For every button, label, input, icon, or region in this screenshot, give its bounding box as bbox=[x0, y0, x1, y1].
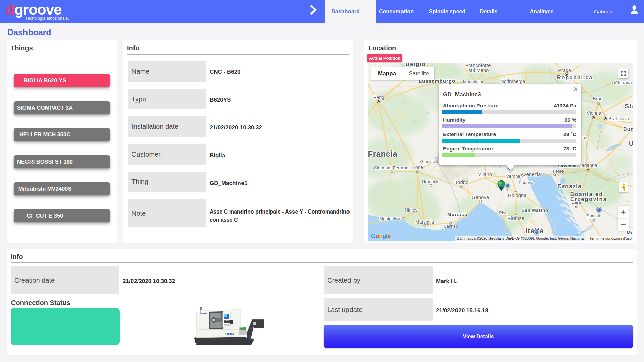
svg-text:Cannes: Cannes bbox=[444, 224, 458, 229]
svg-text:sul Meno: sul Meno bbox=[469, 67, 489, 73]
svg-text:Francia: Francia bbox=[368, 149, 398, 158]
svg-text:Venezia: Venezia bbox=[523, 171, 541, 177]
svg-text:Mannheim: Mannheim bbox=[463, 79, 483, 84]
svg-text:Belgio: Belgio bbox=[406, 63, 426, 67]
svg-text:Pisa: Pisa bbox=[499, 210, 508, 215]
svg-text:Ginevra: Ginevra bbox=[420, 159, 435, 164]
svg-text:Slo: Slo bbox=[625, 103, 633, 110]
svg-text:Repubblica: Repubblica bbox=[557, 75, 593, 80]
svg-text:Bratislava: Bratislava bbox=[608, 116, 629, 121]
svg-text:Verona: Verona bbox=[506, 174, 520, 179]
svg-text:Torino: Torino bbox=[455, 179, 469, 185]
svg-text:Grenoble: Grenoble bbox=[422, 179, 439, 184]
svg-text:Monaco: Monaco bbox=[447, 212, 468, 217]
svg-text:Zagabria: Zagabria bbox=[579, 163, 597, 168]
svg-text:Nîmes: Nîmes bbox=[405, 207, 417, 213]
svg-text:Norimberga: Norimberga bbox=[500, 79, 525, 84]
svg-text:B620YS: B620YS bbox=[200, 313, 207, 315]
svg-text:Vienna: Vienna bbox=[587, 110, 601, 116]
svg-text:Padova: Padova bbox=[519, 180, 534, 185]
svg-text:Parigi: Parigi bbox=[373, 95, 385, 100]
svg-text:Ostrava: Ostrava bbox=[615, 80, 632, 85]
svg-text:Bologna: Bologna bbox=[508, 192, 527, 198]
svg-text:Bud: Bud bbox=[623, 126, 633, 132]
svg-text:Firenze: Firenze bbox=[507, 215, 524, 221]
svg-text:Croazia: Croazia bbox=[557, 183, 582, 190]
svg-text:Clermont-Ferrand: Clermont-Ferrand bbox=[374, 165, 409, 170]
svg-text:U: U bbox=[629, 140, 633, 147]
svg-text:San Marino: San Marino bbox=[522, 208, 548, 213]
svg-text:Montpellier: Montpellier bbox=[379, 216, 401, 221]
svg-text:Lione: Lione bbox=[412, 165, 423, 170]
svg-text:Praga: Praga bbox=[558, 68, 571, 73]
svg-text:Milano: Milano bbox=[477, 171, 492, 177]
svg-text:Trieste: Trieste bbox=[550, 169, 564, 174]
svg-text:Erzegovina: Erzegovina bbox=[570, 196, 607, 202]
svg-text:Marsiglia: Marsiglia bbox=[415, 219, 434, 225]
svg-text:Brno: Brno bbox=[593, 96, 603, 101]
svg-text:Genova: Genova bbox=[472, 194, 489, 200]
svg-text:Biglia: Biglia bbox=[227, 332, 234, 335]
